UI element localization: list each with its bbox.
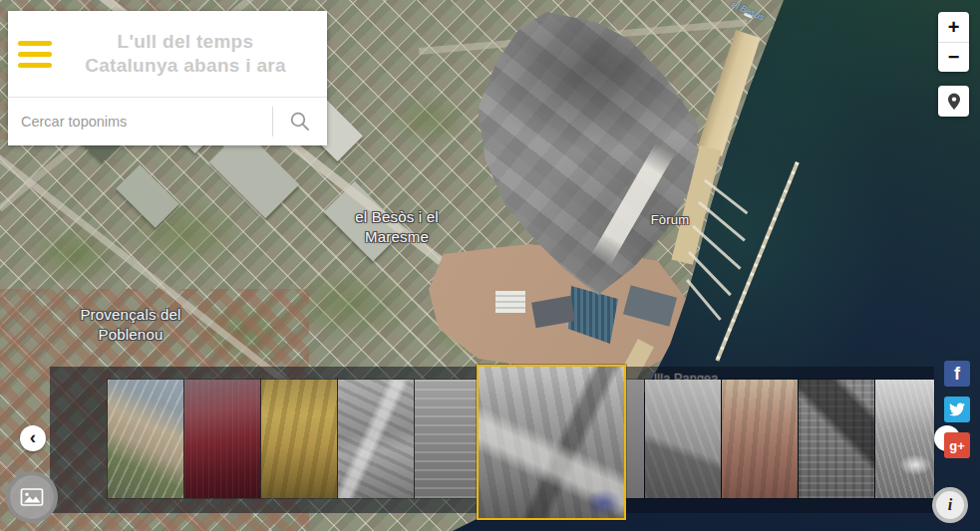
zoom-in-button[interactable]: + bbox=[938, 12, 969, 42]
carousel-thumbnail-2[interactable] bbox=[184, 380, 260, 498]
carousel-thumbnail-selected[interactable] bbox=[477, 365, 626, 520]
facebook-icon: f bbox=[954, 364, 960, 385]
carousel-thumbnail-10[interactable] bbox=[799, 380, 874, 498]
search-icon bbox=[289, 111, 311, 133]
carousel-thumbnail-7[interactable] bbox=[626, 380, 644, 498]
carousel-thumbnail-9[interactable] bbox=[722, 380, 798, 498]
search-row bbox=[8, 97, 327, 145]
carousel-thumbnail-8[interactable] bbox=[645, 380, 721, 498]
app-title-line1: L'ull del temps bbox=[62, 30, 309, 54]
search-input[interactable] bbox=[8, 98, 272, 145]
zoom-out-button[interactable]: − bbox=[938, 42, 969, 73]
hamburger-icon bbox=[18, 41, 52, 46]
info-button[interactable]: i bbox=[932, 487, 968, 523]
map-building bbox=[495, 291, 525, 313]
carousel-thumbnail-4[interactable] bbox=[338, 380, 414, 498]
carousel-thumbnail-3[interactable] bbox=[261, 380, 337, 498]
facebook-share-button[interactable]: f bbox=[944, 361, 970, 387]
twitter-icon bbox=[949, 402, 965, 416]
carousel-thumbnail-11[interactable] bbox=[875, 380, 934, 498]
district-label-provencals-poblenou: Provençals del Poblenou bbox=[46, 305, 215, 345]
carousel-thumbnail-1[interactable] bbox=[108, 380, 183, 498]
zoom-control: + − bbox=[938, 12, 969, 72]
photo-layer-button[interactable] bbox=[6, 471, 58, 523]
search-button[interactable] bbox=[273, 98, 327, 145]
app-title: L'ull del temps Catalunya abans i ara bbox=[62, 30, 309, 78]
carousel-prev-button[interactable]: ‹ bbox=[20, 425, 46, 451]
app-title-line2: Catalunya abans i ara bbox=[62, 54, 309, 78]
image-icon bbox=[20, 487, 44, 507]
menu-button[interactable] bbox=[18, 41, 52, 68]
place-label-forum: Fòrum bbox=[635, 210, 705, 230]
googleplus-share-button[interactable]: g+ bbox=[944, 432, 970, 458]
district-label-besos-maresme: el Besòs i el Maresme bbox=[312, 207, 482, 247]
googleplus-icon: g+ bbox=[949, 438, 965, 453]
locate-button[interactable] bbox=[938, 86, 969, 117]
map-pin-icon bbox=[947, 93, 961, 111]
search-panel: L'ull del temps Catalunya abans i ara bbox=[8, 11, 327, 145]
twitter-share-button[interactable] bbox=[944, 397, 970, 422]
map-app: el Besòs i el Maresme Provençals del Pob… bbox=[0, 0, 980, 531]
